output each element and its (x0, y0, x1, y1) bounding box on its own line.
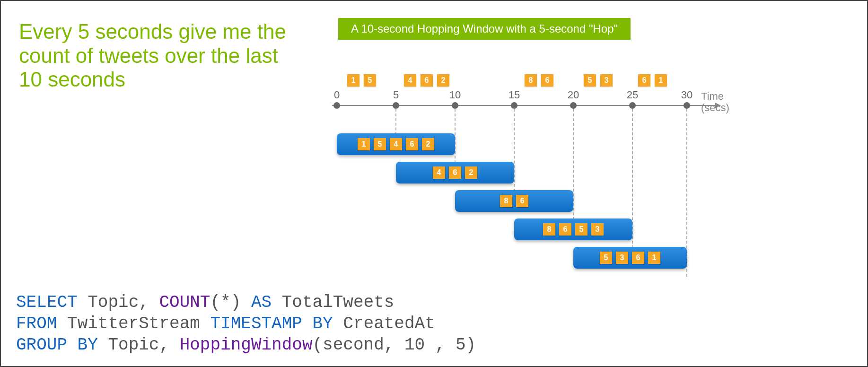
sql-query: SELECT Topic, COUNT(*) AS TotalTweets FR… (16, 292, 476, 356)
diagram-title-bar: A 10-second Hopping Window with a 5-seco… (338, 18, 631, 40)
fn-hoppingwindow: HoppingWindow (180, 335, 313, 355)
window-event-chip: 5 (374, 138, 386, 150)
event-marker: 8 (525, 74, 537, 87)
sql-text: Topic, (98, 335, 180, 355)
axis-tick (511, 102, 517, 109)
axis-tick-label: 5 (393, 89, 399, 101)
event-marker: 5 (584, 74, 596, 87)
kw-select: SELECT (16, 293, 78, 312)
window-event-chip: 5 (600, 252, 612, 264)
sql-text: TwitterStream (57, 314, 210, 333)
axis-tick-label: 25 (627, 89, 638, 101)
axis-tick (452, 102, 458, 109)
window-event-chip: 2 (465, 166, 477, 179)
window-event-chip: 6 (449, 166, 461, 179)
description-text: Every 5 seconds give me the count of twe… (19, 20, 303, 92)
sql-text: TotalTweets (272, 293, 394, 312)
event-marker: 6 (638, 74, 650, 87)
axis-tick (629, 102, 636, 109)
window-event-chip: 6 (559, 223, 571, 236)
event-marker: 4 (404, 74, 416, 87)
sql-text: (*) (210, 293, 251, 312)
axis-label-line1: Time (701, 90, 724, 102)
axis-label-line2: (secs) (701, 102, 729, 114)
kw-from: FROM (16, 314, 57, 333)
sql-text: CreatedAt (333, 314, 435, 333)
kw-group-by: GROUP BY (16, 335, 98, 355)
hopping-window: 15462 (337, 133, 455, 155)
kw-timestamp-by: TIMESTAMP BY (210, 314, 333, 333)
window-event-chip: 8 (500, 195, 512, 207)
axis-tick (570, 102, 577, 109)
window-event-chip: 4 (433, 166, 445, 179)
axis-tick (684, 102, 690, 109)
axis-tick-label: 30 (681, 89, 693, 101)
event-marker: 5 (364, 74, 376, 87)
window-event-chip: 3 (591, 223, 604, 236)
event-marker: 1 (655, 74, 667, 87)
window-event-chip: 1 (648, 252, 660, 264)
slide-frame: Every 5 seconds give me the count of twe… (0, 0, 868, 367)
window-event-chip: 6 (632, 252, 644, 264)
axis-tick-label: 10 (449, 89, 461, 101)
window-boundary-line (632, 109, 633, 262)
axis-tick-label: 15 (509, 89, 520, 101)
window-event-chip: 5 (575, 223, 587, 236)
axis-label: Time (secs) (701, 91, 729, 114)
axis-tick (333, 102, 340, 109)
event-marker: 6 (541, 74, 553, 87)
window-event-chip: 2 (422, 138, 434, 150)
event-marker: 3 (600, 74, 613, 87)
sql-text: Topic, (78, 293, 159, 312)
sql-text: (second, 10 , 5) (313, 335, 476, 355)
fn-count: COUNT (159, 293, 210, 312)
window-event-chip: 3 (616, 252, 628, 264)
axis-tick (393, 102, 399, 109)
event-marker: 6 (421, 74, 433, 87)
event-marker: 1 (347, 74, 359, 87)
hopping-window: 86 (455, 190, 573, 212)
hopping-window: 8653 (514, 218, 632, 240)
window-event-chip: 8 (543, 223, 555, 236)
time-axis (332, 105, 715, 106)
hopping-window: 5361 (573, 247, 687, 269)
axis-tick-label: 20 (568, 89, 579, 101)
window-boundary-line (573, 109, 574, 234)
window-event-chip: 6 (516, 195, 528, 207)
hopping-window: 462 (396, 162, 514, 184)
window-event-chip: 6 (406, 138, 418, 150)
kw-as: AS (251, 293, 272, 312)
hopping-window-diagram: Time (secs) 0510152025301546286536115462… (332, 67, 715, 285)
window-event-chip: 4 (390, 138, 402, 150)
axis-tick-label: 0 (334, 89, 340, 101)
event-marker: 2 (437, 74, 449, 87)
window-event-chip: 1 (358, 138, 370, 150)
